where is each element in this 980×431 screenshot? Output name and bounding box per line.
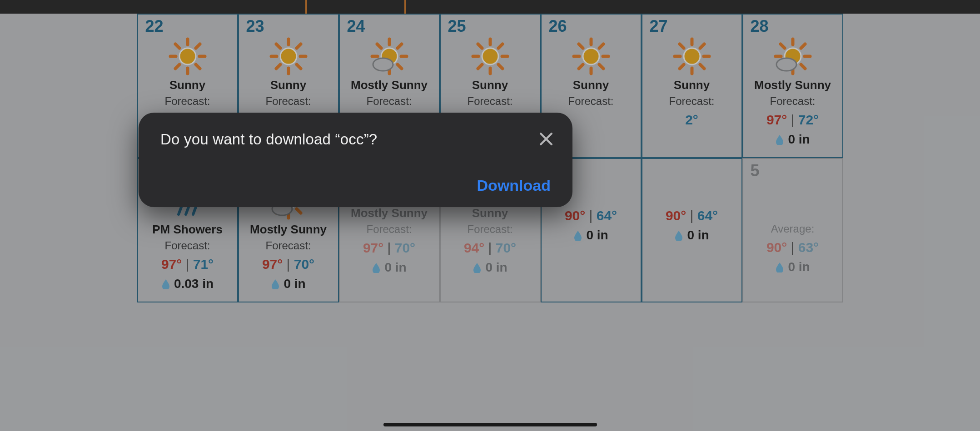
modal-close-button[interactable] <box>538 131 554 147</box>
raindrop-icon <box>775 262 784 272</box>
temperature-range: 97° | 71° <box>143 257 233 272</box>
high-temp: 97° <box>766 112 787 127</box>
modal-title: Do you want to download “occ”? <box>160 131 551 148</box>
precip-value: 0 in <box>687 228 709 243</box>
weather-icon <box>748 182 838 220</box>
weather-icon <box>344 37 434 75</box>
weather-icon <box>445 37 535 75</box>
condition-label: Mostly Sunny <box>748 78 838 92</box>
selected-day-indicator <box>305 0 406 15</box>
precipitation: 0 in <box>775 132 810 147</box>
temperature-range: 97° | 70° <box>244 257 333 272</box>
weather-icon <box>546 37 636 75</box>
low-temp: 70° <box>496 240 516 255</box>
forecast-label: Forecast: <box>546 95 636 108</box>
raindrop-icon <box>775 134 784 145</box>
download-button[interactable]: Download <box>477 177 551 194</box>
high-temp: 90° <box>565 208 585 223</box>
condition-label: Sunny <box>445 78 535 92</box>
condition-label: Mostly Sunny <box>344 206 434 220</box>
precipitation: 0 in <box>573 228 608 243</box>
condition-label: Sunny <box>244 78 333 92</box>
weather-icon <box>244 37 333 75</box>
condition-label: Mostly Sunny <box>244 223 333 237</box>
high-temp: 94° <box>464 240 484 255</box>
precipitation: 0.03 in <box>161 277 214 291</box>
calendar-cell[interactable]: 28Mostly SunnyForecast:97° | 72°0 in <box>742 14 843 158</box>
forecast-label: Forecast: <box>647 95 737 108</box>
precipitation: 0 in <box>674 228 709 243</box>
precip-value: 0 in <box>284 277 305 291</box>
calendar-cell[interactable]: 5Average:90° | 63°0 in <box>742 158 843 302</box>
raindrop-icon <box>674 230 683 241</box>
forecast-label: Forecast: <box>748 95 838 108</box>
low-temp: 2° <box>685 112 698 127</box>
day-number: 27 <box>647 18 737 35</box>
raindrop-icon <box>372 262 381 273</box>
precip-value: 0 in <box>485 260 507 275</box>
temp-separator: | <box>585 208 596 223</box>
temp-separator: | <box>182 257 193 272</box>
low-temp: 70° <box>294 257 314 272</box>
low-temp: 64° <box>697 208 718 223</box>
top-bar <box>0 0 980 14</box>
forecast-label: Forecast: <box>344 223 434 236</box>
forecast-label: Forecast: <box>244 95 333 108</box>
forecast-label: Forecast: <box>445 223 535 236</box>
condition-label: PM Showers <box>143 223 233 237</box>
low-temp: 70° <box>395 240 415 255</box>
low-temp: 63° <box>798 240 819 255</box>
precipitation: 0 in <box>473 260 507 275</box>
raindrop-icon <box>473 262 482 273</box>
weather-icon <box>647 165 737 203</box>
forecast-label: Forecast: <box>143 95 233 108</box>
day-number: 24 <box>344 18 434 35</box>
condition-label: Sunny <box>647 78 737 92</box>
low-temp: 72° <box>798 112 819 127</box>
precip-value: 0.03 in <box>174 277 214 291</box>
high-temp: 97° <box>363 240 383 255</box>
weather-icon <box>143 37 233 75</box>
temperature-range: 97° | 72° <box>748 112 838 128</box>
high-temp: 97° <box>262 257 283 272</box>
day-number: 26 <box>546 18 636 35</box>
condition-label: Sunny <box>546 78 636 92</box>
raindrop-icon <box>573 230 582 241</box>
temperature-range: 90° | 63° <box>748 240 838 255</box>
forecast-label: Forecast: <box>445 95 535 108</box>
close-icon <box>538 131 554 147</box>
forecast-label: Forecast: <box>143 239 233 252</box>
weather-icon <box>647 37 737 75</box>
day-number: 28 <box>748 18 838 35</box>
high-temp: 90° <box>766 240 787 255</box>
raindrop-icon <box>271 278 280 289</box>
calendar-cell[interactable]: 90° | 64°0 in <box>642 158 742 302</box>
raindrop-icon <box>161 278 170 289</box>
low-temp: 71° <box>193 257 214 272</box>
temperature-range: 90° | 64° <box>546 208 636 223</box>
day-number: 23 <box>244 18 333 35</box>
precip-value: 0 in <box>788 260 810 274</box>
temp-separator: | <box>283 257 294 272</box>
precip-value: 0 in <box>384 260 406 275</box>
high-temp: 97° <box>161 257 182 272</box>
precipitation: 0 in <box>271 277 305 291</box>
temp-separator: | <box>383 240 394 255</box>
temperature-range: 94° | 70° <box>445 240 535 256</box>
precipitation: 0 in <box>775 260 810 274</box>
day-number: 25 <box>445 18 535 35</box>
condition-label: Sunny <box>445 206 535 220</box>
temperature-range: 97° | 70° <box>344 240 434 256</box>
condition-label: Mostly Sunny <box>344 78 434 92</box>
temp-separator: | <box>484 240 495 255</box>
temp-separator: | <box>686 208 697 223</box>
day-number: 22 <box>143 18 233 35</box>
home-indicator[interactable] <box>383 423 597 426</box>
day-number: 5 <box>748 163 838 179</box>
low-temp: 64° <box>597 208 617 223</box>
temperature-range: 90° | 64° <box>647 208 737 223</box>
forecast-label: Average: <box>748 223 838 235</box>
temp-separator: | <box>787 112 798 127</box>
precipitation: 0 in <box>372 260 406 275</box>
calendar-cell[interactable]: 27SunnyForecast:2° <box>642 14 742 158</box>
